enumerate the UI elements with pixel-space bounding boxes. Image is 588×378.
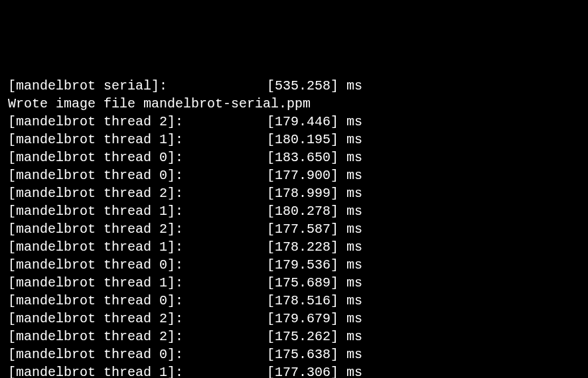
timing-line: [mandelbrot thread 2]:[175.262] ms — [8, 328, 580, 346]
timing-value: [178.999] ms — [267, 184, 362, 202]
timing-line: [mandelbrot thread 0]:[177.900] ms — [8, 166, 580, 184]
timing-line: [mandelbrot thread 0]:[179.536] ms — [8, 256, 580, 274]
timing-value: [179.679] ms — [267, 310, 362, 328]
timing-value: [180.278] ms — [267, 202, 362, 220]
timing-value: [175.638] ms — [267, 346, 362, 363]
timing-line: [mandelbrot thread 2]:[179.446] ms — [8, 113, 580, 131]
timing-value: [177.900] ms — [267, 166, 362, 184]
timing-label: [mandelbrot thread 0]: — [8, 346, 267, 363]
timing-value: [175.262] ms — [267, 328, 362, 346]
timing-label: [mandelbrot thread 0]: — [8, 292, 267, 310]
timing-value: [177.587] ms — [267, 220, 362, 238]
timing-value: [183.650] ms — [267, 149, 362, 166]
timing-value: [175.689] ms — [267, 274, 362, 292]
timing-line: [mandelbrot thread 1]:[180.278] ms — [8, 202, 580, 220]
timing-line: [mandelbrot thread 0]:[178.516] ms — [8, 292, 580, 310]
timing-label: [mandelbrot thread 2]: — [8, 220, 267, 238]
timing-value: [179.536] ms — [267, 256, 362, 274]
timing-line: [mandelbrot thread 2]:[179.679] ms — [8, 310, 580, 328]
timing-label: [mandelbrot serial]: — [8, 77, 267, 95]
timing-label: [mandelbrot thread 0]: — [8, 149, 267, 166]
timing-value: [178.228] ms — [267, 238, 362, 256]
timing-value: [180.195] ms — [267, 131, 362, 149]
timing-line: [mandelbrot thread 0]:[183.650] ms — [8, 149, 580, 166]
timing-label: [mandelbrot thread 0]: — [8, 166, 267, 184]
timing-value: [177.306] ms — [267, 363, 362, 378]
timing-line: [mandelbrot thread 2]:[178.999] ms — [8, 184, 580, 202]
timing-line: [mandelbrot thread 0]:[175.638] ms — [8, 346, 580, 363]
message-line: Wrote image file mandelbrot-serial.ppm — [8, 95, 580, 113]
timing-value: [179.446] ms — [267, 113, 362, 131]
timing-label: [mandelbrot thread 1]: — [8, 131, 267, 149]
timing-value: [535.258] ms — [267, 77, 362, 95]
timing-label: [mandelbrot thread 2]: — [8, 113, 267, 131]
timing-label: [mandelbrot thread 2]: — [8, 328, 267, 346]
timing-value: [178.516] ms — [267, 292, 362, 310]
timing-line: [mandelbrot thread 1]:[178.228] ms — [8, 238, 580, 256]
timing-line: [mandelbrot thread 2]:[177.587] ms — [8, 220, 580, 238]
timing-label: [mandelbrot thread 1]: — [8, 238, 267, 256]
timing-line: [mandelbrot serial]:[535.258] ms — [8, 77, 580, 95]
timing-label: [mandelbrot thread 2]: — [8, 310, 267, 328]
timing-line: [mandelbrot thread 1]:[177.306] ms — [8, 363, 580, 378]
timing-label: [mandelbrot thread 2]: — [8, 184, 267, 202]
timing-line: [mandelbrot thread 1]:[180.195] ms — [8, 131, 580, 149]
timing-label: [mandelbrot thread 1]: — [8, 202, 267, 220]
timing-label: [mandelbrot thread 1]: — [8, 274, 267, 292]
timing-line: [mandelbrot thread 1]:[175.689] ms — [8, 274, 580, 292]
timing-label: [mandelbrot thread 1]: — [8, 363, 267, 378]
terminal-output: [mandelbrot serial]:[535.258] msWrote im… — [8, 77, 580, 378]
timing-label: [mandelbrot thread 0]: — [8, 256, 267, 274]
